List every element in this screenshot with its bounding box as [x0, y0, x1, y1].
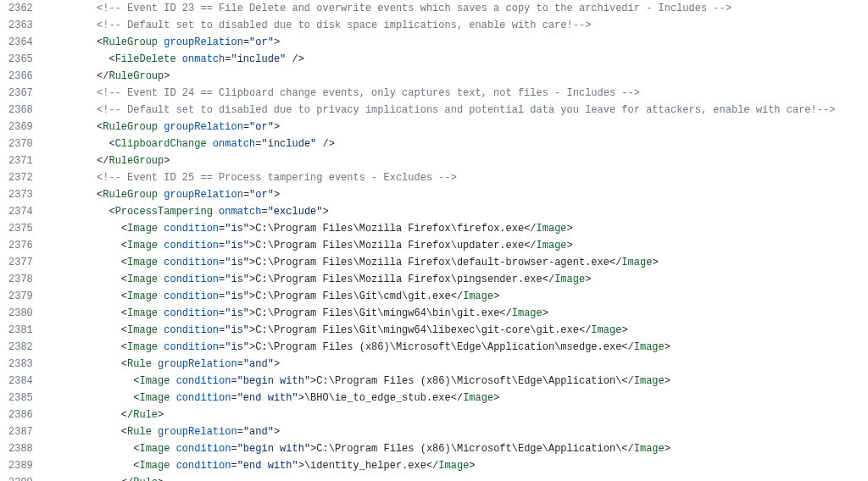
- xml-attr-name: onmatch: [219, 206, 261, 218]
- code-line[interactable]: 2374 <ProcessTampering onmatch="exclude"…: [0, 203, 868, 220]
- xml-attr-name: condition: [164, 307, 219, 319]
- code-line[interactable]: 2371 </RuleGroup>: [0, 152, 868, 169]
- line-number: 2390: [0, 474, 47, 481]
- xml-comment: <!-- Event ID 25 == Process tampering ev…: [97, 172, 457, 184]
- line-number: 2369: [0, 119, 47, 135]
- xml-tag: Image: [463, 290, 493, 302]
- xml-attr-value: "is": [225, 223, 249, 235]
- xml-tag: RuleGroup: [103, 36, 158, 48]
- xml-attr-name: condition: [176, 392, 231, 404]
- xml-attr-name: condition: [164, 324, 219, 336]
- code-line[interactable]: 2376 <Image condition="is">C:\Program Fi…: [0, 237, 868, 254]
- xml-tag: Image: [127, 257, 158, 268]
- code-line[interactable]: 2382 <Image condition="is">C:\Program Fi…: [0, 339, 868, 356]
- code-line[interactable]: 2378 <Image condition="is">C:\Program Fi…: [0, 271, 868, 288]
- code-line[interactable]: 2387 <Rule groupRelation="and">: [0, 423, 868, 440]
- code-line[interactable]: 2366 </RuleGroup>: [0, 68, 868, 85]
- xml-attr-value: "or": [249, 36, 274, 48]
- xml-tag: RuleGroup: [108, 70, 164, 82]
- xml-attr-name: condition: [164, 274, 219, 285]
- xml-attr-name: condition: [176, 460, 231, 472]
- code-line[interactable]: 2364 <RuleGroup groupRelation="or">: [0, 34, 868, 51]
- xml-tag: Image: [139, 392, 170, 404]
- xml-attr-name: onmatch: [182, 53, 225, 65]
- code-line[interactable]: 2386 </Rule>: [0, 406, 868, 423]
- xml-tag: Image: [127, 240, 158, 252]
- line-number: 2367: [0, 85, 47, 102]
- code-content: <Rule groupRelation="and">: [47, 356, 868, 373]
- code-content: </RuleGroup>: [47, 68, 868, 85]
- xml-text: C:\Program Files\Git\mingw64\bin\git.exe: [255, 307, 499, 319]
- xml-comment: <!-- Default set to disabled due to priv…: [97, 104, 835, 116]
- code-line[interactable]: 2373 <RuleGroup groupRelation="or">: [0, 186, 868, 203]
- code-line[interactable]: 2363 <!-- Default set to disabled due to…: [0, 17, 868, 34]
- xml-tag: Image: [127, 307, 158, 319]
- code-line[interactable]: 2390 </Rule>: [0, 474, 868, 481]
- line-number: 2378: [0, 271, 47, 288]
- xml-text: C:\Program Files (x86)\Microsoft\Edge\Ap…: [316, 443, 621, 455]
- code-content: <RuleGroup groupRelation="or">: [47, 119, 868, 135]
- xml-attr-value: "or": [249, 189, 274, 201]
- line-number: 2372: [0, 169, 47, 186]
- code-line[interactable]: 2379 <Image condition="is">C:\Program Fi…: [0, 288, 868, 305]
- code-content: <Image condition="end with">\identity_he…: [47, 457, 868, 474]
- code-content: <ProcessTampering onmatch="exclude">: [47, 203, 868, 220]
- code-line[interactable]: 2384 <Image condition="begin with">C:\Pr…: [0, 373, 868, 390]
- code-content: <Image condition="is">C:\Program Files\M…: [47, 271, 868, 288]
- code-line[interactable]: 2385 <Image condition="end with">\BHO\ie…: [0, 390, 868, 406]
- code-line[interactable]: 2369 <RuleGroup groupRelation="or">: [0, 119, 868, 135]
- xml-text: \BHO\ie_to_edge_stub.exe: [304, 392, 451, 404]
- xml-comment: <!-- Event ID 24 == Clipboard change eve…: [97, 87, 640, 99]
- code-line[interactable]: 2380 <Image condition="is">C:\Program Fi…: [0, 305, 868, 322]
- code-content: <Image condition="is">C:\Program Files\M…: [47, 237, 868, 254]
- xml-attr-value: "is": [225, 290, 249, 302]
- line-number: 2382: [0, 339, 47, 356]
- line-number: 2362: [0, 0, 47, 17]
- line-number: 2386: [0, 406, 47, 423]
- xml-tag: ProcessTampering: [115, 206, 213, 218]
- xml-tag: Image: [634, 375, 665, 387]
- line-number: 2380: [0, 305, 47, 322]
- xml-tag: Rule: [133, 477, 158, 481]
- xml-attr-value: "begin with": [237, 443, 310, 455]
- line-number: 2364: [0, 34, 47, 51]
- code-line[interactable]: 2362 <!-- Event ID 23 == File Delete and…: [0, 0, 868, 17]
- xml-attr-value: "and": [243, 358, 274, 370]
- xml-attr-name: condition: [164, 240, 219, 252]
- code-line[interactable]: 2389 <Image condition="end with">\identi…: [0, 457, 868, 474]
- code-line[interactable]: 2365 <FileDelete onmatch="include" />: [0, 51, 868, 68]
- xml-text: C:\Program Files\Mozilla Firefox\updater…: [255, 240, 524, 252]
- xml-attr-value: "begin with": [237, 375, 310, 387]
- code-content: <Image condition="is">C:\Program Files\M…: [47, 220, 868, 237]
- xml-attr-name: condition: [176, 443, 231, 455]
- code-line[interactable]: 2375 <Image condition="is">C:\Program Fi…: [0, 220, 868, 237]
- code-line[interactable]: 2381 <Image condition="is">C:\Program Fi…: [0, 322, 868, 339]
- code-line[interactable]: 2372 <!-- Event ID 25 == Process tamperi…: [0, 169, 868, 186]
- xml-attr-name: condition: [176, 375, 231, 387]
- xml-comment: <!-- Event ID 23 == File Delete and over…: [97, 3, 732, 14]
- code-content: </Rule>: [47, 474, 868, 481]
- code-content: <!-- Default set to disabled due to priv…: [47, 102, 868, 119]
- xml-text: C:\Program Files\Git\mingw64\libexec\git…: [255, 324, 579, 336]
- code-content: <FileDelete onmatch="include" />: [47, 51, 868, 68]
- code-line[interactable]: 2383 <Rule groupRelation="and">: [0, 356, 868, 373]
- xml-tag: RuleGroup: [103, 121, 158, 133]
- xml-tag: Image: [127, 290, 158, 302]
- xml-attr-name: onmatch: [213, 138, 255, 150]
- code-line[interactable]: 2370 <ClipboardChange onmatch="include" …: [0, 135, 868, 152]
- xml-attr-value: "or": [249, 121, 274, 133]
- xml-attr-value: "is": [225, 341, 249, 353]
- code-line[interactable]: 2367 <!-- Event ID 24 == Clipboard chang…: [0, 85, 868, 102]
- line-number: 2363: [0, 17, 47, 34]
- code-content: <ClipboardChange onmatch="include" />: [47, 135, 868, 152]
- code-line[interactable]: 2368 <!-- Default set to disabled due to…: [0, 102, 868, 119]
- line-number: 2371: [0, 152, 47, 169]
- xml-tag: Image: [127, 341, 158, 353]
- code-content: <!-- Event ID 23 == File Delete and over…: [47, 0, 868, 17]
- xml-attr-value: "and": [243, 426, 274, 438]
- code-line[interactable]: 2377 <Image condition="is">C:\Program Fi…: [0, 254, 868, 271]
- code-line[interactable]: 2388 <Image condition="begin with">C:\Pr…: [0, 440, 868, 457]
- code-content: <Image condition="is">C:\Program Files\G…: [47, 288, 868, 305]
- line-number: 2377: [0, 254, 47, 271]
- line-number: 2376: [0, 237, 47, 254]
